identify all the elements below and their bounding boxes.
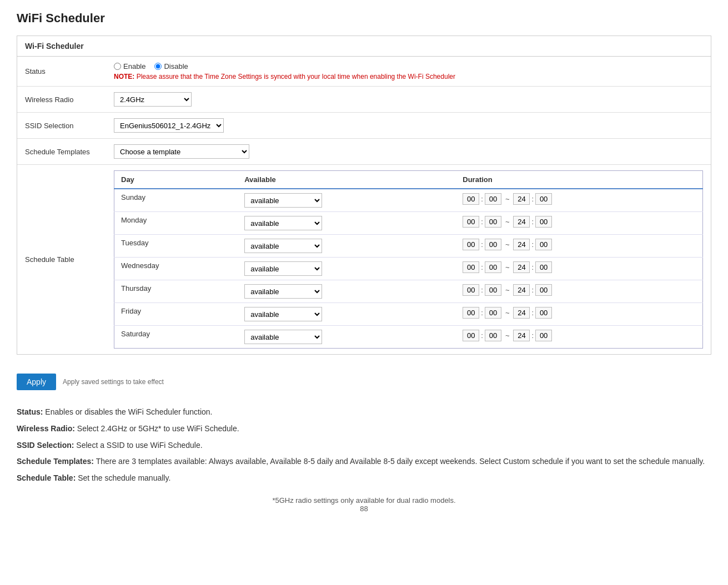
table-row: Tuesdayavailableunavailable : ~ : (114, 235, 703, 258)
end-hour[interactable] (513, 261, 530, 273)
start-hour[interactable] (463, 261, 479, 273)
table-row: Thursdayavailableunavailable : ~ : (114, 280, 703, 303)
start-min[interactable] (485, 193, 501, 205)
day-cell: Friday (114, 303, 238, 326)
desc-paragraph: Wireless Radio: Select 2.4GHz or 5GHz* t… (17, 422, 711, 436)
table-row: Sundayavailableunavailable : ~ : (114, 189, 703, 212)
desc-term: Wireless Radio: (17, 424, 75, 433)
desc-paragraph: SSID Selection: Select a SSID to use WiF… (17, 439, 711, 452)
end-min[interactable] (535, 261, 552, 273)
colon-sep-1: : (481, 263, 483, 271)
enable-label: Enable (123, 62, 145, 70)
end-hour[interactable] (513, 239, 530, 250)
available-cell: availableunavailable (238, 235, 456, 258)
colon-sep-2: : (531, 240, 534, 249)
end-min[interactable] (535, 307, 552, 319)
colon-sep-1: : (481, 309, 483, 317)
schedule-table-label: Schedule Table (17, 165, 106, 355)
day-cell: Thursday (114, 280, 238, 303)
start-min[interactable] (485, 239, 501, 250)
start-hour[interactable] (463, 239, 479, 250)
desc-term: Schedule Table: (17, 473, 76, 482)
end-hour[interactable] (513, 330, 530, 341)
disable-radio-label[interactable]: Disable (154, 62, 188, 70)
end-min[interactable] (535, 216, 552, 228)
end-hour[interactable] (513, 216, 530, 228)
available-select[interactable]: availableunavailable (244, 193, 322, 208)
tilde-sep: ~ (505, 263, 510, 271)
duration-group: : ~ : (463, 330, 696, 341)
tilde-sep: ~ (505, 240, 510, 249)
apply-button[interactable]: Apply (17, 374, 56, 390)
colon-sep-2: : (531, 331, 534, 340)
enable-radio-label[interactable]: Enable (114, 62, 145, 70)
available-select[interactable]: availableunavailable (244, 239, 322, 253)
available-cell: availableunavailable (238, 189, 456, 212)
day-cell: Saturday (114, 326, 238, 349)
tilde-sep: ~ (505, 218, 510, 226)
start-min[interactable] (485, 216, 501, 228)
wireless-radio-select[interactable]: 2.4GHz 5GHz (114, 92, 192, 107)
tilde-sep: ~ (505, 195, 510, 203)
descriptions-section: Status: Enables or disables the WiFi Sch… (17, 406, 711, 485)
end-min[interactable] (535, 330, 552, 341)
start-hour[interactable] (463, 307, 479, 319)
duration-cell: : ~ : (456, 212, 702, 235)
ssid-select[interactable]: EnGenius506012_1-2.4GHz (114, 118, 224, 133)
schedule-table-row: Schedule Table Day Available Duration Su… (17, 165, 711, 355)
start-hour[interactable] (463, 330, 479, 341)
schedule-templates-select[interactable]: Choose a template Always available Avail… (114, 144, 249, 159)
available-select[interactable]: availableunavailable (244, 284, 322, 299)
apply-section: Apply Apply saved settings to take effec… (17, 366, 711, 400)
end-hour[interactable] (513, 307, 530, 319)
desc-paragraph: Schedule Templates: There are 3 template… (17, 455, 711, 468)
desc-text: Select a SSID to use WiFi Schedule. (74, 441, 202, 450)
start-hour[interactable] (463, 284, 479, 296)
table-row: Wednesdayavailableunavailable : ~ : (114, 258, 703, 280)
table-row: Saturdayavailableunavailable : ~ : (114, 326, 703, 349)
desc-text: Select 2.4GHz or 5GHz* to use WiFi Sched… (75, 424, 239, 433)
duration-cell: : ~ : (456, 235, 702, 258)
start-min[interactable] (485, 330, 501, 341)
wireless-radio-row: Wireless Radio 2.4GHz 5GHz (17, 87, 711, 113)
status-radio-group: Enable Disable (114, 62, 703, 70)
end-min[interactable] (535, 284, 552, 296)
footnote: *5GHz radio settings only available for … (17, 496, 711, 513)
col-day: Day (114, 171, 238, 189)
available-select[interactable]: availableunavailable (244, 307, 322, 321)
schedule-header-row: Day Available Duration (114, 171, 703, 189)
duration-group: : ~ : (463, 307, 696, 319)
available-select[interactable]: availableunavailable (244, 216, 322, 230)
start-hour[interactable] (463, 193, 479, 205)
available-select[interactable]: availableunavailable (244, 330, 322, 344)
tilde-sep: ~ (505, 286, 510, 294)
duration-group: : ~ : (463, 239, 696, 250)
start-min[interactable] (485, 284, 501, 296)
note-body: Please assure that the Time Zone Setting… (137, 73, 455, 80)
end-min[interactable] (535, 239, 552, 250)
enable-radio[interactable] (114, 63, 121, 70)
start-min[interactable] (485, 261, 501, 273)
start-hour[interactable] (463, 216, 479, 228)
duration-group: : ~ : (463, 284, 696, 296)
schedule-templates-row: Schedule Templates Choose a template Alw… (17, 139, 711, 165)
colon-sep-1: : (481, 286, 483, 294)
page-title: WiFi Scheduler (17, 11, 711, 26)
start-min[interactable] (485, 307, 501, 319)
day-cell: Wednesday (114, 258, 238, 280)
day-cell: Monday (114, 212, 238, 235)
card-header: Wi-Fi Scheduler (17, 36, 711, 57)
duration-cell: : ~ : (456, 303, 702, 326)
end-hour[interactable] (513, 284, 530, 296)
schedule-tbody: Sundayavailableunavailable : ~ : Mondaya… (114, 189, 703, 349)
ssid-value-cell: EnGenius506012_1-2.4GHz (106, 113, 711, 139)
available-select[interactable]: availableunavailable (244, 261, 322, 276)
desc-text: There are 3 templates available: Always … (94, 457, 705, 466)
day-cell: Sunday (114, 189, 238, 212)
end-min[interactable] (535, 193, 552, 205)
colon-sep-1: : (481, 195, 483, 203)
desc-term: Schedule Templates: (17, 457, 94, 466)
end-hour[interactable] (513, 193, 530, 205)
schedule-templates-value-cell: Choose a template Always available Avail… (106, 139, 711, 165)
disable-radio[interactable] (154, 63, 162, 70)
